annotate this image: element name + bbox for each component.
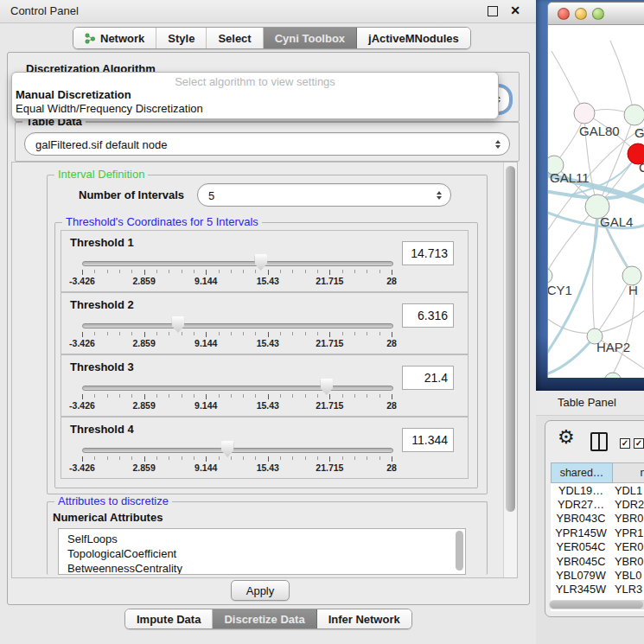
- dropdown-option-equal-width[interactable]: Equal Width/Frequency Discretization: [12, 102, 498, 116]
- tab-discretize-data[interactable]: Discretize Data: [213, 609, 316, 628]
- interval-definition-label: Interval Definition: [54, 168, 148, 181]
- node[interactable]: [548, 268, 552, 284]
- list-item[interactable]: TopologicalCoefficient: [59, 546, 465, 561]
- apply-button[interactable]: Apply: [231, 580, 290, 601]
- table-row[interactable]: YER054CYER0: [551, 540, 644, 554]
- threshold-4-slider[interactable]: -3.4262.8599.14415.4321.71528: [82, 443, 392, 475]
- network-canvas[interactable]: GAL80 GA GAL11 C GAL4 GCY1 H HAP2: [548, 25, 644, 378]
- cell[interactable]: YDL1: [611, 483, 644, 497]
- cell[interactable]: YBL0: [611, 568, 644, 582]
- table-data-combobox[interactable]: galFiltered.sif default node: [24, 132, 510, 156]
- cell[interactable]: YDR2: [611, 497, 644, 511]
- slider-track[interactable]: [82, 323, 393, 328]
- threshold-4-value-field[interactable]: [402, 428, 454, 452]
- cell[interactable]: YPR1: [611, 526, 644, 539]
- tab-network-label: Network: [100, 32, 144, 45]
- threshold-4-label: Threshold 4: [70, 423, 134, 436]
- tab-cyni-toolbox[interactable]: Cyni Toolbox: [264, 28, 357, 48]
- table-row[interactable]: YDR27…YDR2: [551, 497, 644, 511]
- float-window-icon[interactable]: [488, 6, 498, 16]
- cell[interactable]: YBR0: [611, 512, 644, 526]
- cell[interactable]: YBL079W: [551, 568, 611, 582]
- table-row[interactable]: YBL079WYBL0: [551, 568, 644, 582]
- slider-thumb[interactable]: [254, 254, 267, 271]
- list-scrollbar-thumb[interactable]: [456, 531, 463, 571]
- cell[interactable]: YLR345W: [551, 583, 611, 596]
- checkbox-icon[interactable]: ✓: [634, 438, 644, 449]
- screenshot-root: Control Panel ✕ Network Style Select: [0, 0, 644, 644]
- dropdown-option-manual[interactable]: Manual Discretization: [12, 88, 498, 102]
- cell[interactable]: YLR3: [611, 583, 644, 596]
- slider-track[interactable]: [82, 386, 393, 391]
- network-window-frame: GAL80 GA GAL11 C GAL4 GCY1 H HAP2: [536, 0, 644, 391]
- tab-infer-network-label: Infer Network: [328, 613, 400, 626]
- tab-style[interactable]: Style: [156, 28, 207, 48]
- table-horizontal-scrollbar-thumb[interactable]: [550, 601, 643, 609]
- slider-track[interactable]: [82, 448, 393, 453]
- node-label-gal80: GAL80: [579, 124, 620, 138]
- cell[interactable]: YPR145W: [551, 526, 611, 539]
- tab-cyni-toolbox-label: Cyni Toolbox: [275, 32, 345, 45]
- slider-track[interactable]: [82, 261, 393, 266]
- threshold-3-slider[interactable]: -3.4262.8599.14415.4321.71528: [82, 381, 392, 412]
- threshold-4-panel: Threshold 4 -3.4262.8599.14415.4321.7152…: [61, 417, 469, 479]
- columns-icon[interactable]: [590, 432, 608, 451]
- close-icon[interactable]: ✕: [510, 3, 520, 17]
- list-item[interactable]: BetweennessCentrality: [59, 561, 465, 575]
- tab-impute-data[interactable]: Impute Data: [125, 609, 213, 628]
- table-row[interactable]: YLR345WYLR3: [551, 583, 644, 596]
- tab-infer-network[interactable]: Infer Network: [317, 609, 411, 628]
- settings-scrollpane: Interval Definition Number of Intervals …: [11, 162, 518, 578]
- node-label-gcy1: GCY1: [548, 283, 572, 297]
- threshold-1-label: Threshold 1: [70, 236, 134, 249]
- node[interactable]: [624, 105, 644, 125]
- tab-select[interactable]: Select: [207, 28, 263, 48]
- cell[interactable]: YDR27…: [551, 497, 611, 511]
- threshold-2-label: Threshold 2: [70, 298, 134, 311]
- checkbox-icon[interactable]: ✓: [620, 438, 630, 449]
- top-tab-bar: Network Style Select Cyni Toolbox jActiv…: [73, 27, 471, 49]
- slider-thumb[interactable]: [171, 316, 184, 333]
- number-of-intervals-combobox[interactable]: 5: [197, 183, 451, 207]
- tab-network[interactable]: Network: [73, 28, 156, 48]
- threshold-2-value-field[interactable]: [402, 303, 454, 328]
- table-row[interactable]: YBR043CYBR0: [551, 512, 644, 526]
- node[interactable]: [604, 373, 622, 378]
- slider-thumb[interactable]: [320, 379, 333, 395]
- cell[interactable]: YBR0: [611, 554, 644, 568]
- gear-icon[interactable]: ⚙: [558, 428, 575, 447]
- table-row[interactable]: YBR045CYBR0: [551, 554, 644, 568]
- network-window-titlebar[interactable]: [548, 3, 644, 25]
- list-scrollbar[interactable]: [456, 531, 463, 572]
- slider-ticks: [82, 394, 392, 400]
- cell[interactable]: YER0: [611, 540, 644, 554]
- numerical-attributes-list[interactable]: SelfLoops TopologicalCoefficient Between…: [58, 528, 466, 575]
- node-label-partial-low: H: [628, 283, 638, 297]
- list-item[interactable]: SelfLoops: [59, 532, 465, 546]
- slider-thumb[interactable]: [221, 441, 234, 457]
- column-header-name[interactable]: n: [613, 462, 644, 483]
- column-header-shared-name[interactable]: shared…: [551, 462, 613, 483]
- table-horizontal-scrollbar[interactable]: [549, 600, 644, 609]
- tab-jactivemnodules[interactable]: jActiveMNodules: [357, 28, 470, 48]
- table-row[interactable]: YDL19…YDL1: [551, 483, 644, 497]
- threshold-2-slider[interactable]: -3.4262.8599.14415.4321.71528: [82, 319, 392, 350]
- table-row[interactable]: YPR145WYPR1: [551, 526, 644, 539]
- bottom-tab-bar: Impute Data Discretize Data Infer Networ…: [124, 609, 412, 629]
- tab-style-label: Style: [168, 32, 194, 45]
- settings-scrollbar-thumb[interactable]: [506, 166, 515, 512]
- threshold-1-value-field[interactable]: [402, 241, 454, 265]
- zoom-traffic-light-icon[interactable]: [592, 8, 604, 20]
- threshold-3-value-field[interactable]: [402, 366, 454, 390]
- cell[interactable]: YBR043C: [551, 512, 611, 526]
- interval-definition-group: Interval Definition Number of Intervals …: [47, 175, 488, 494]
- close-traffic-light-icon[interactable]: [558, 8, 570, 20]
- minimize-traffic-light-icon[interactable]: [575, 8, 587, 20]
- node[interactable]: [574, 103, 595, 124]
- cell[interactable]: YER054C: [551, 540, 611, 554]
- settings-scrollbar[interactable]: [503, 163, 517, 577]
- table-panel-title: Table Panel: [558, 396, 616, 409]
- threshold-1-slider[interactable]: -3.4262.8599.14415.4321.71528: [82, 257, 392, 288]
- cell[interactable]: YBR045C: [551, 554, 611, 568]
- cell[interactable]: YDL19…: [551, 483, 611, 497]
